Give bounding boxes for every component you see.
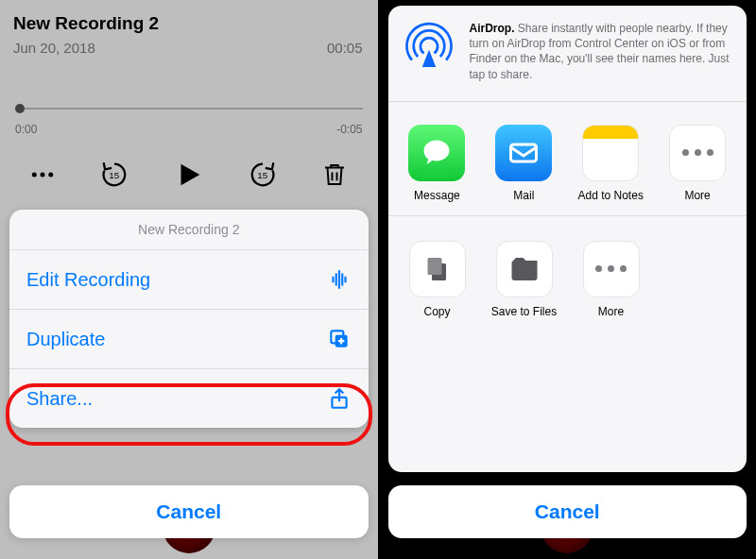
action-label: Copy	[423, 305, 450, 318]
app-label: Add to Notes	[578, 189, 644, 202]
svg-text:15: 15	[110, 170, 121, 180]
notes-app[interactable]: Add to Notes	[573, 125, 648, 202]
svg-point-2	[48, 173, 53, 178]
action-label: Edit Recording	[26, 269, 150, 291]
rewind-15-icon[interactable]: 15	[98, 159, 130, 195]
more-apps[interactable]: More	[660, 125, 735, 202]
recording-date: Jun 20, 2018	[13, 40, 95, 56]
cancel-label: Cancel	[156, 500, 221, 523]
forward-15-icon[interactable]: 15	[247, 159, 279, 195]
share-actions-row: Copy Save to Files More	[388, 216, 747, 331]
recording-title: New Recording 2	[13, 13, 159, 34]
message-app[interactable]: Message	[400, 125, 475, 202]
notes-icon	[582, 125, 639, 181]
share-sheet: AirDrop. Share instantly with people nea…	[388, 6, 747, 472]
playback-controls: 15 15	[0, 159, 378, 195]
scrubber[interactable]	[15, 102, 363, 119]
waveform-icon	[327, 267, 352, 292]
folder-icon	[496, 241, 553, 297]
elapsed-time: 0:00	[15, 123, 37, 136]
cancel-button[interactable]: Cancel	[9, 485, 369, 538]
trash-icon[interactable]	[320, 161, 349, 193]
save-to-files-action[interactable]: Save to Files	[487, 241, 562, 318]
airdrop-icon	[402, 21, 456, 76]
more-icon[interactable]	[28, 161, 57, 193]
share-icon	[327, 386, 352, 411]
duplicate-icon	[327, 327, 352, 351]
copy-icon	[409, 241, 466, 297]
svg-point-0	[32, 173, 37, 178]
message-icon	[408, 125, 465, 181]
svg-rect-8	[511, 144, 537, 161]
svg-point-1	[41, 173, 45, 178]
cancel-label: Cancel	[535, 500, 600, 523]
edit-recording-button[interactable]: Edit Recording	[9, 250, 369, 310]
app-label: Mail	[513, 189, 534, 202]
sheet-title: New Recording 2	[9, 210, 369, 250]
recording-duration: 00:05	[327, 40, 363, 56]
mail-icon	[495, 125, 552, 181]
more-actions[interactable]: More	[574, 241, 649, 318]
mail-app[interactable]: Mail	[486, 125, 561, 202]
airdrop-section[interactable]: AirDrop. Share instantly with people nea…	[388, 6, 747, 102]
action-label: Save to Files	[491, 305, 557, 318]
airdrop-text: AirDrop. Share instantly with people nea…	[470, 21, 734, 82]
action-label: More	[598, 305, 624, 318]
action-label: Duplicate	[26, 329, 105, 350]
left-screen: New Recording 2 Jun 20, 2018 00:05 0:00 …	[0, 0, 378, 559]
copy-action[interactable]: Copy	[400, 241, 475, 318]
more-icon	[669, 125, 726, 181]
action-label: Share...	[26, 388, 93, 410]
cancel-button[interactable]: Cancel	[388, 485, 747, 538]
share-button[interactable]: Share...	[9, 369, 369, 428]
play-icon[interactable]	[173, 159, 205, 195]
action-sheet: New Recording 2 Edit Recording Duplicate…	[9, 210, 369, 428]
app-label: Message	[414, 189, 460, 202]
remaining-time: -0:05	[336, 123, 362, 136]
share-apps-row: Message Mail Add to Notes More	[388, 102, 747, 216]
duplicate-button[interactable]: Duplicate	[9, 310, 369, 369]
svg-text:15: 15	[257, 170, 268, 180]
svg-rect-10	[427, 258, 441, 275]
right-screen: AirDrop. Share instantly with people nea…	[378, 0, 757, 559]
more-icon	[583, 241, 640, 297]
app-label: More	[684, 189, 710, 202]
